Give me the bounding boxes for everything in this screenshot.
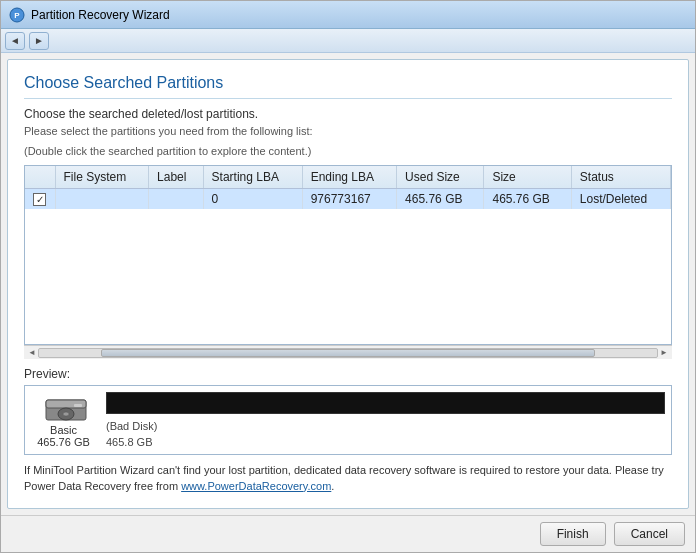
col-starting-lba: Starting LBA	[203, 166, 302, 189]
info-text-after: .	[331, 480, 334, 492]
horizontal-scrollbar[interactable]	[38, 348, 658, 358]
col-status: Status	[571, 166, 670, 189]
col-ending-lba: Ending LBA	[302, 166, 396, 189]
window-title: Partition Recovery Wizard	[31, 8, 170, 22]
disk-icon	[44, 392, 84, 422]
bad-disk-size: 465.8 GB	[106, 436, 665, 448]
info-text-before: If MiniTool Partition Wizard can't find …	[24, 464, 664, 491]
col-label: Label	[149, 166, 203, 189]
instruction1: Choose the searched deleted/lost partiti…	[24, 107, 672, 121]
preview-box: Basic 465.76 GB (Bad Disk) 465.8 GB	[24, 385, 672, 455]
table-row[interactable]: 0 976773167 465.76 GB 465.76 GB Lost/Del…	[25, 189, 671, 210]
main-window: P Partition Recovery Wizard ◄ ► Choose S…	[0, 0, 696, 553]
row-used-size: 465.76 GB	[397, 189, 484, 210]
row-starting-lba: 0	[203, 189, 302, 210]
finish-button[interactable]: Finish	[540, 522, 606, 546]
content-area: Choose Searched Partitions Choose the se…	[7, 59, 689, 509]
info-link[interactable]: www.PowerDataRecovery.com	[181, 480, 331, 492]
disk-bar-area: (Bad Disk) 465.8 GB	[106, 392, 665, 448]
title-bar: P Partition Recovery Wizard	[1, 1, 695, 29]
disk-type-label: Basic	[50, 424, 77, 436]
instruction3: (Double click the searched partition to …	[24, 145, 672, 157]
bad-disk-label: (Bad Disk)	[106, 420, 665, 432]
scrollbar-thumb[interactable]	[101, 349, 596, 357]
bottom-bar: Finish Cancel	[1, 515, 695, 552]
app-icon: P	[9, 7, 25, 23]
disk-bar	[106, 392, 665, 414]
col-checkbox	[25, 166, 55, 189]
partition-table-container[interactable]: File System Label Starting LBA Ending LB…	[24, 165, 672, 345]
svg-rect-6	[74, 404, 82, 407]
preview-label: Preview:	[24, 367, 672, 381]
page-title: Choose Searched Partitions	[24, 74, 672, 99]
row-checkbox-cell[interactable]	[25, 189, 55, 210]
row-status: Lost/Deleted	[571, 189, 670, 210]
svg-point-5	[63, 412, 69, 416]
scroll-right-button[interactable]: ►	[658, 348, 670, 357]
row-filesystem	[55, 189, 149, 210]
disk-icon-area: Basic 465.76 GB	[31, 392, 96, 448]
row-size: 465.76 GB	[484, 189, 571, 210]
preview-section: Preview:	[24, 367, 672, 455]
nav-bar: ◄ ►	[1, 29, 695, 53]
forward-button[interactable]: ►	[29, 32, 49, 50]
row-checkbox[interactable]	[33, 193, 46, 206]
disk-size-label: 465.76 GB	[37, 436, 90, 448]
row-ending-lba: 976773167	[302, 189, 396, 210]
back-button[interactable]: ◄	[5, 32, 25, 50]
info-text-area: If MiniTool Partition Wizard can't find …	[24, 463, 672, 494]
col-filesystem: File System	[55, 166, 149, 189]
table-header-row: File System Label Starting LBA Ending LB…	[25, 166, 671, 189]
scroll-left-button[interactable]: ◄	[26, 348, 38, 357]
cancel-button[interactable]: Cancel	[614, 522, 685, 546]
col-size: Size	[484, 166, 571, 189]
horizontal-scrollbar-area: ◄ ►	[24, 345, 672, 359]
instruction2: Please select the partitions you need fr…	[24, 125, 672, 137]
col-used-size: Used Size	[397, 166, 484, 189]
svg-text:P: P	[14, 11, 20, 20]
partition-table: File System Label Starting LBA Ending LB…	[25, 166, 671, 209]
row-label	[149, 189, 203, 210]
